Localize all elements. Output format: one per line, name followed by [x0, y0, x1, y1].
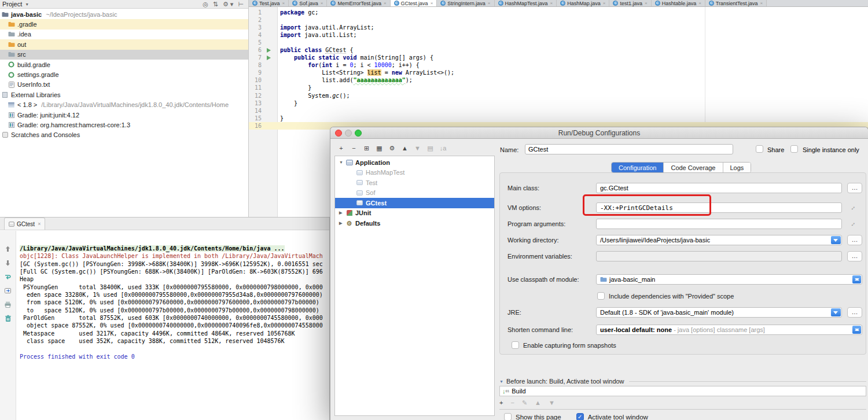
close-icon[interactable]: ×: [431, 1, 433, 6]
project-tree-item-settings-gradle[interactable]: settings.gradle: [0, 69, 248, 79]
chevron-down-icon[interactable]: ▼: [339, 160, 345, 164]
run-tab-gctest[interactable]: GCtest ×: [4, 218, 45, 230]
close-icon[interactable]: ×: [645, 1, 648, 6]
config-tree-item-application[interactable]: ▼Application: [335, 157, 494, 168]
code-line-4[interactable]: 4import java.util.List;: [249, 31, 868, 39]
name-input[interactable]: [525, 144, 733, 154]
project-tree-item-external-libraries[interactable]: External Libraries: [0, 90, 248, 100]
move-up-icon[interactable]: ▲: [535, 399, 541, 406]
show-this-page-checkbox[interactable]: [504, 413, 512, 420]
config-tree-item-hashmaptest[interactable]: HashMapTest: [335, 168, 494, 178]
browse-button[interactable]: …: [847, 183, 862, 193]
dropdown-chevron-icon[interactable]: [831, 236, 841, 244]
config-tree-item-test[interactable]: Test: [335, 178, 494, 188]
project-tree-item-gradle[interactable]: .gradle: [0, 19, 248, 29]
down-arrow-icon[interactable]: [4, 259, 12, 267]
save-icon[interactable]: ▦: [376, 144, 383, 152]
locate-icon[interactable]: ◎: [203, 1, 208, 8]
add-icon[interactable]: +: [337, 144, 345, 152]
dropdown-chevron-icon[interactable]: [831, 308, 841, 316]
environment-variables-field[interactable]: [596, 251, 842, 261]
project-tree-item-gradle-org-hamcrest-hamcrest-core-1-3[interactable]: Gradle: org.hamcrest:hamcrest-core:1.3: [0, 120, 248, 130]
main-class-field[interactable]: gc.GCtest: [596, 183, 842, 193]
browse-button[interactable]: …: [847, 251, 862, 261]
project-tree-item-out[interactable]: out: [0, 39, 248, 49]
move-up-icon[interactable]: ▲: [401, 144, 409, 152]
move-down-icon[interactable]: ▼: [414, 144, 421, 152]
code-line-13[interactable]: 13 }: [249, 100, 868, 107]
before-launch-header[interactable]: ▼ Before launch: Build, Activate tool wi…: [499, 378, 866, 385]
editor-tab-test-java[interactable]: CTest.java×: [249, 0, 289, 6]
editor-tab-hashmaptest-java[interactable]: CHashMapTest.java×: [495, 0, 557, 6]
project-tree-item-idea[interactable]: .idea: [0, 30, 248, 39]
jre-field[interactable]: Default (1.8 - SDK of 'java-basic_main' …: [596, 307, 842, 318]
browse-button[interactable]: …: [847, 235, 862, 245]
program-arguments-field[interactable]: [596, 219, 842, 229]
close-icon[interactable]: ×: [550, 1, 553, 6]
editor-tab-memerrortest-java[interactable]: CMemErrorTest.java×: [327, 0, 390, 6]
chevron-right-icon[interactable]: ▶: [339, 211, 345, 215]
enable-capturing-form-snapshots-checkbox[interactable]: [512, 341, 519, 349]
hide-panel-icon[interactable]: ⊢: [238, 1, 244, 8]
project-tree-item-src[interactable]: src: [0, 50, 248, 60]
config-tree-item-defaults[interactable]: ▶⚙Defaults: [335, 218, 494, 229]
close-icon[interactable]: ×: [488, 1, 491, 6]
code-line-14[interactable]: 14: [249, 107, 868, 115]
run-line-icon[interactable]: [267, 48, 271, 53]
up-arrow-icon[interactable]: [4, 245, 12, 253]
remove-icon[interactable]: −: [350, 144, 358, 152]
edit-icon[interactable]: ✎: [522, 399, 527, 407]
soft-wrap-icon[interactable]: [4, 273, 12, 281]
editor-tab-sof-java[interactable]: CSof.java×: [289, 0, 327, 6]
close-icon[interactable]: ×: [38, 221, 41, 227]
clear-all-icon[interactable]: [5, 315, 12, 322]
close-icon[interactable]: ×: [603, 1, 606, 6]
vm-options-field[interactable]: -XX:+PrintGCDetails: [596, 202, 842, 213]
scroll-to-end-icon[interactable]: [4, 287, 12, 294]
close-icon[interactable]: ×: [760, 1, 763, 6]
code-line-5[interactable]: 5: [249, 39, 868, 46]
browse-button[interactable]: …: [847, 307, 862, 318]
code-line-12[interactable]: 12 System.gc();: [249, 92, 868, 100]
copy-icon[interactable]: ⊞: [363, 144, 370, 152]
code-line-7[interactable]: 7 public static void main(String[] args)…: [249, 54, 868, 61]
zoom-window-button[interactable]: [355, 130, 362, 137]
code-line-1[interactable]: 1package gc;: [249, 9, 868, 16]
shorten-command-line-field[interactable]: user-local default: none - java [options…: [596, 325, 862, 335]
expand-field-icon[interactable]: ↕: [848, 202, 859, 213]
code-line-2[interactable]: 2: [249, 16, 868, 24]
collapse-all-icon[interactable]: ⇅: [213, 1, 218, 8]
print-icon[interactable]: [4, 301, 12, 308]
code-line-11[interactable]: 11 }: [249, 84, 868, 91]
editor-tab-hashtable-java[interactable]: CHashtable.java×: [652, 0, 705, 6]
close-icon[interactable]: ×: [321, 1, 323, 6]
editor-tab-stringintern-java[interactable]: CStringIntern.java×: [437, 0, 494, 6]
config-tree-item-gctest[interactable]: GCtest: [335, 198, 494, 208]
code-line-6[interactable]: 6public class GCtest {: [249, 46, 868, 54]
share-checkbox[interactable]: [756, 145, 763, 153]
remove-icon[interactable]: −: [510, 399, 514, 406]
project-tree-item-userinfo-txt[interactable]: UserInfo.txt: [0, 80, 248, 90]
activate-tool-window-checkbox[interactable]: ✓: [576, 413, 584, 420]
code-line-8[interactable]: 8 for(int i = 0; i < 10000; i++) {: [249, 61, 868, 69]
close-icon[interactable]: ×: [384, 1, 387, 6]
move-down-icon[interactable]: ▼: [549, 399, 555, 406]
close-icon[interactable]: ×: [698, 1, 701, 6]
editor-tab-hashmap-java[interactable]: CHashMap.java×: [557, 0, 609, 6]
console-output[interactable]: /Library/Java/JavaVirtualMachines/jdk1.8…: [20, 245, 329, 420]
stepper-control[interactable]: [852, 275, 861, 283]
project-tree-item-scratches-and-consoles[interactable]: Scratches and Consoles: [0, 130, 248, 140]
run-line-icon[interactable]: [267, 56, 271, 60]
project-tree-item-1-8[interactable]: < 1.8 >/Library/Java/JavaVirtualMachines…: [0, 100, 248, 110]
project-panel-title[interactable]: Project: [2, 1, 22, 8]
folder-icon[interactable]: ▤: [426, 144, 434, 152]
config-tree-item-sof[interactable]: Sof: [335, 188, 494, 198]
code-line-10[interactable]: 10 list.add("aaaaaaaaaaaaa");: [249, 76, 868, 84]
close-window-button[interactable]: [335, 130, 342, 137]
code-line-3[interactable]: 3import java.util.ArrayList;: [249, 24, 868, 31]
settings-gear-icon[interactable]: ⚙ ▾: [223, 1, 233, 8]
single-instance-checkbox[interactable]: [790, 145, 798, 153]
project-tree-item-gradle-junit-junit-4-12[interactable]: Gradle: junit:junit:4.12: [0, 110, 248, 120]
project-tree-item-build-gradle[interactable]: build.gradle: [0, 60, 248, 69]
config-tree-item-junit[interactable]: ▶JUnit: [335, 208, 494, 219]
